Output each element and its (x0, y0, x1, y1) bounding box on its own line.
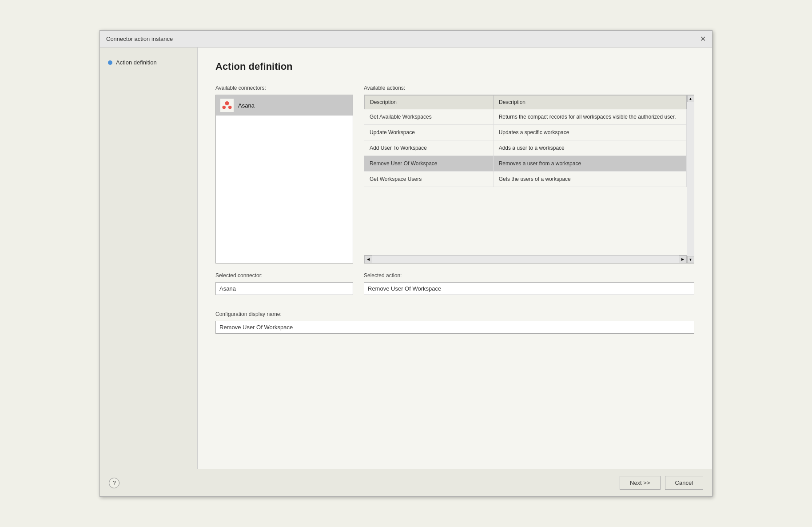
scroll-track (372, 256, 679, 263)
selected-connector-col: Selected connector: (215, 272, 353, 302)
main-content: Action definition Available connectors: (198, 48, 712, 469)
selected-action-col: Selected action: (364, 272, 694, 302)
available-connectors-col: Available connectors: Asana (215, 85, 353, 264)
config-display-name-input[interactable] (215, 321, 694, 334)
dialog-body: Action definition Action definition Avai… (100, 48, 712, 469)
selected-connector-label: Selected connector: (215, 272, 353, 279)
horizontal-scrollbar[interactable]: ◀ ▶ (364, 255, 687, 263)
table-with-scroll: Description Description Get Available Wo… (364, 95, 694, 263)
selected-action-field: Selected action: (364, 272, 694, 295)
config-display-name-label: Configuration display name: (215, 311, 694, 317)
connectors-actions-section: Available connectors: Asana (215, 85, 694, 264)
table-row[interactable]: Add User To Workspace Adds a user to a w… (364, 140, 687, 156)
action-name[interactable]: Update Workspace (364, 125, 493, 140)
footer-right: Next >> Cancel (620, 476, 703, 490)
help-button[interactable]: ? (109, 478, 119, 488)
page-title: Action definition (215, 61, 694, 72)
action-description: Gets the users of a workspace (493, 172, 686, 187)
action-description: Adds a user to a workspace (493, 140, 686, 156)
sidebar-item-label: Action definition (116, 59, 157, 66)
col-header-description: Description (494, 96, 687, 109)
actions-table-head: Description Description (364, 95, 687, 109)
action-description: Updates a specific workspace (493, 125, 686, 140)
selected-connector-input[interactable] (215, 282, 353, 295)
action-description: Removes a user from a workspace (493, 156, 686, 172)
cancel-button[interactable]: Cancel (665, 476, 703, 490)
active-dot-icon (108, 60, 112, 65)
svg-point-1 (225, 101, 229, 105)
available-connectors-label: Available connectors: (215, 85, 353, 91)
connector-name: Asana (238, 102, 255, 109)
action-name[interactable]: Remove User Of Workspace (364, 156, 493, 172)
available-actions-col: Available actions: Description Descripti… (364, 85, 694, 264)
actions-table: Description Description Get Available Wo… (364, 95, 687, 255)
svg-point-2 (223, 106, 226, 109)
footer: ? Next >> Cancel (100, 469, 712, 496)
sidebar-item-action-definition[interactable]: Action definition (104, 56, 193, 68)
action-name[interactable]: Get Available Workspaces (364, 109, 493, 125)
table-row[interactable]: Update Workspace Updates a specific work… (364, 125, 687, 140)
asana-logo-icon (220, 99, 234, 112)
actions-table-wrapper: Description Description Get Available Wo… (364, 95, 694, 264)
col-header-action: Description (365, 96, 494, 109)
connector-item-asana[interactable]: Asana (216, 95, 353, 116)
close-button[interactable]: ✕ (700, 36, 706, 43)
selected-fields-row: Selected connector: Selected action: (215, 272, 694, 302)
vertical-scrollbar[interactable]: ▲ ▼ (687, 95, 694, 263)
selected-action-input[interactable] (364, 282, 694, 295)
svg-point-3 (228, 106, 232, 109)
scroll-down-icon[interactable]: ▼ (687, 256, 694, 263)
action-name[interactable]: Add User To Workspace (364, 140, 493, 156)
dialog-title: Connector action instance (106, 36, 173, 42)
next-button[interactable]: Next >> (620, 476, 661, 490)
config-display-name-field: Configuration display name: (215, 311, 694, 334)
scroll-left-icon[interactable]: ◀ (364, 256, 372, 264)
selected-connector-field: Selected connector: (215, 272, 353, 295)
action-name[interactable]: Get Workspace Users (364, 172, 493, 187)
dialog: Connector action instance ✕ Action defin… (100, 30, 712, 497)
actions-table-body: Get Available Workspaces Returns the com… (364, 109, 687, 249)
table-row[interactable]: Get Available Workspaces Returns the com… (364, 109, 687, 125)
title-bar: Connector action instance ✕ (100, 31, 712, 48)
sidebar: Action definition (100, 48, 198, 469)
table-row-selected[interactable]: Remove User Of Workspace Removes a user … (364, 156, 687, 172)
connectors-list[interactable]: Asana (215, 95, 353, 264)
table-row[interactable]: Get Workspace Users Gets the users of a … (364, 172, 687, 187)
scroll-up-icon[interactable]: ▲ (687, 95, 694, 102)
footer-left: ? (109, 478, 119, 488)
scroll-right-icon[interactable]: ▶ (679, 256, 687, 264)
available-actions-label: Available actions: (364, 85, 694, 91)
selected-action-label: Selected action: (364, 272, 694, 279)
action-description: Returns the compact records for all work… (493, 109, 686, 125)
